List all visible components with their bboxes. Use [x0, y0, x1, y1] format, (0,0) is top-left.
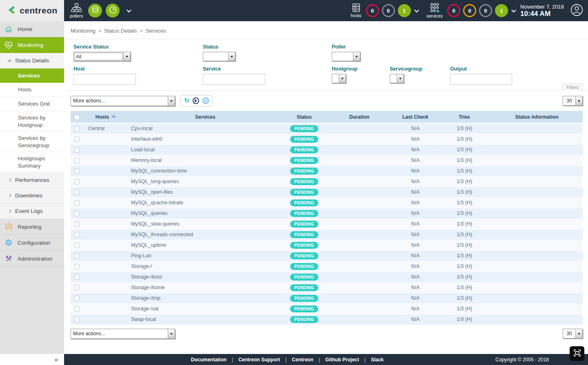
sidebar-item-hostgroups-summary[interactable]: Hostgroups Summary	[0, 152, 64, 173]
row-checkbox[interactable]	[74, 211, 80, 216]
services-menu[interactable]: services	[426, 3, 443, 18]
host-cell[interactable]	[83, 144, 128, 155]
sidebar-item-event-logs[interactable]: Event Logs	[0, 204, 64, 219]
row-checkbox[interactable]	[74, 253, 80, 259]
service-status-counter[interactable]: 1	[495, 4, 508, 17]
hostgroup-select[interactable]	[332, 74, 346, 83]
user-icon[interactable]	[570, 4, 583, 18]
service-status-counter[interactable]: 0	[479, 4, 492, 17]
service-cell[interactable]: Storage-/home	[128, 282, 283, 293]
row-checkbox[interactable]	[74, 179, 80, 184]
row-checkbox[interactable]	[74, 306, 80, 312]
more-actions-select[interactable]: More actions...	[71, 96, 175, 106]
host-cell[interactable]	[83, 314, 128, 325]
host-cell[interactable]	[83, 303, 128, 314]
pollers-menu[interactable]: pollers	[70, 3, 83, 18]
service-cell[interactable]: MySQL_queries	[128, 208, 283, 219]
host-input[interactable]	[73, 74, 136, 85]
row-checkbox[interactable]	[74, 274, 80, 280]
column-header-tries[interactable]: Tries	[438, 111, 491, 123]
service-cell[interactable]: MySQL_slow-queries	[128, 219, 283, 229]
row-checkbox[interactable]	[74, 190, 80, 195]
host-cell[interactable]	[83, 219, 128, 229]
row-checkbox[interactable]	[74, 137, 80, 142]
host-cell[interactable]	[83, 229, 128, 240]
sidebar-item-status-details[interactable]: Status Details	[0, 53, 64, 69]
output-input[interactable]	[450, 74, 512, 85]
sidebar-item-reporting[interactable]: Reporting	[0, 219, 64, 235]
services-chevron-down-icon[interactable]	[511, 8, 516, 12]
row-checkbox[interactable]	[74, 264, 80, 269]
breadcrumb-item[interactable]: Status Details	[104, 28, 137, 34]
footer-link-github-project[interactable]: Github Project	[325, 357, 359, 363]
service-cell[interactable]: Ping-Lan	[128, 250, 283, 261]
sidebar-item-administration[interactable]: ⚒Administration	[0, 251, 64, 267]
service-cell[interactable]: Memory-local	[128, 155, 283, 166]
service-cell[interactable]: MySQL_qcache-hitrate	[128, 197, 283, 208]
row-checkbox[interactable]	[74, 158, 80, 163]
column-header-last-check[interactable]: Last Check	[393, 111, 438, 123]
column-header-services[interactable]: Services	[128, 111, 283, 123]
column-header-status-information[interactable]: Status information	[491, 111, 583, 123]
host-cell[interactable]	[83, 187, 128, 197]
sidebar-item-services-grid[interactable]: Services Grid	[0, 97, 64, 111]
filters-tab[interactable]: Filters	[562, 83, 583, 91]
hosts-chevron-down-icon[interactable]	[414, 8, 419, 12]
poller-chevron-down-icon[interactable]	[127, 8, 131, 12]
host-status-counter[interactable]: 0	[382, 4, 395, 17]
more-actions-select-bottom[interactable]: More actions...	[71, 329, 175, 339]
row-checkbox[interactable]	[74, 147, 80, 153]
page-size-select-bottom[interactable]: 30	[563, 329, 583, 338]
footer-link-centreon[interactable]: Centreon	[292, 357, 313, 363]
column-header-hosts[interactable]: Hosts	[83, 111, 128, 123]
footer-link-centreon-support[interactable]: Centreon Support	[238, 357, 280, 363]
host-cell[interactable]: Central	[83, 123, 128, 134]
sidebar-item-monitoring[interactable]: Monitoring	[0, 37, 64, 53]
sidebar-item-services-by-hostgroup[interactable]: Services by Hostgroup	[0, 111, 64, 132]
footer-link-slack[interactable]: Slack	[371, 357, 384, 363]
row-checkbox[interactable]	[74, 285, 80, 290]
breadcrumb-item[interactable]: Monitoring	[71, 28, 95, 34]
service-cell[interactable]: Load-local	[128, 144, 283, 155]
row-checkbox[interactable]	[74, 200, 80, 206]
row-checkbox[interactable]	[74, 243, 80, 248]
servicegroup-select[interactable]	[390, 74, 404, 83]
service-cell[interactable]: Swap-local	[128, 314, 283, 325]
sidebar-item-performances[interactable]: Performances	[0, 173, 64, 188]
host-cell[interactable]	[83, 261, 128, 272]
fullscreen-button[interactable]	[570, 346, 584, 361]
sidebar-item-home[interactable]: Home	[0, 21, 64, 37]
hosts-menu[interactable]: hosts	[351, 3, 361, 18]
page-size-select[interactable]: 30	[563, 96, 583, 106]
service-status-counter[interactable]: 0	[447, 4, 460, 17]
pause-icon[interactable]	[202, 97, 209, 104]
column-header-status[interactable]: Status	[283, 111, 326, 123]
service-cell[interactable]: Storage-/	[128, 261, 283, 272]
sidebar-item-services[interactable]: Services	[0, 69, 64, 83]
latency-status-button[interactable]	[106, 4, 120, 18]
host-cell[interactable]	[83, 240, 128, 250]
host-cell[interactable]	[83, 250, 128, 261]
service-status-counter[interactable]: 0	[463, 4, 476, 17]
sidebar-item-configuration[interactable]: ⚙Configuration	[0, 235, 64, 251]
service-cell[interactable]: Storage-/boot	[128, 272, 283, 282]
refresh-icon[interactable]: ↻	[184, 97, 189, 104]
sidebar-item-downtimes[interactable]: Downtimes	[0, 188, 64, 204]
service-cell[interactable]: Cpu-local	[128, 123, 283, 134]
service-cell[interactable]: MySQL_threads-connected	[128, 229, 283, 240]
service-cell[interactable]: MySQL_uptime	[128, 240, 283, 250]
row-checkbox[interactable]	[74, 126, 80, 131]
play-icon[interactable]	[193, 97, 199, 104]
select-all-checkbox[interactable]	[74, 115, 80, 120]
status-select[interactable]	[203, 52, 235, 61]
sidebar-collapse-button[interactable]: «	[55, 356, 58, 364]
host-status-counter[interactable]: 0	[366, 4, 379, 17]
service-cell[interactable]: MySQL_open-files	[128, 187, 283, 197]
logo[interactable]: centreon	[0, 0, 64, 21]
host-cell[interactable]	[83, 293, 128, 303]
service-cell[interactable]: Interface-eth0	[128, 134, 283, 144]
service-cell[interactable]: MySQL_connection-time	[128, 166, 283, 176]
host-cell[interactable]	[83, 176, 128, 187]
host-cell[interactable]	[83, 166, 128, 176]
breadcrumb-item[interactable]: Services	[146, 28, 166, 34]
